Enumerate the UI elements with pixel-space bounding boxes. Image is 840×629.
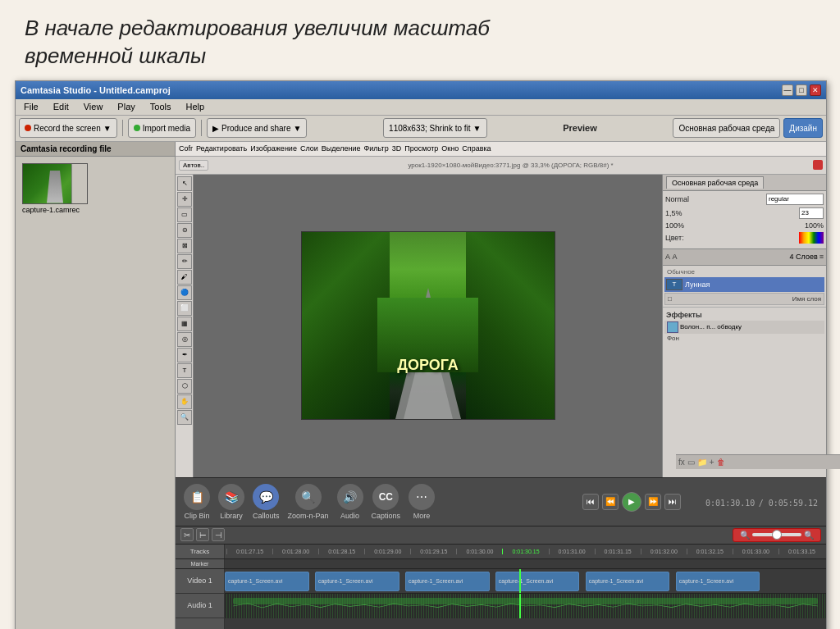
- skip-end-button[interactable]: ⏭: [664, 494, 681, 510]
- time-separator: /: [759, 499, 769, 508]
- record-dropdown-icon[interactable]: ▼: [103, 124, 112, 133]
- tool-clone[interactable]: 🔵: [177, 285, 192, 300]
- ruler-10: 0:01:32.15: [687, 549, 733, 554]
- inner-menu-preview[interactable]: Просмотр: [404, 144, 438, 153]
- tool-shape[interactable]: ⬡: [177, 379, 192, 394]
- inner-menu-edit[interactable]: Редактировать: [196, 144, 247, 153]
- tool-pen[interactable]: ✒: [177, 348, 192, 362]
- timeline-trim[interactable]: ⊢: [196, 528, 209, 541]
- inner-app: Cofr Редактировать Изображение Слои Выде…: [176, 142, 826, 477]
- menu-bar: File Edit View Play Tools Help: [16, 99, 826, 116]
- layer-menu[interactable]: ≡: [819, 253, 824, 261]
- menu-file[interactable]: File: [19, 101, 43, 112]
- preview-res-dropdown[interactable]: ▼: [473, 124, 482, 133]
- layer-search[interactable]: А A: [665, 253, 678, 261]
- inner-menu-image[interactable]: Изображение: [250, 144, 297, 153]
- inner-menu-select[interactable]: Выделение: [322, 144, 361, 153]
- library-button[interactable]: 📚 Library: [218, 484, 244, 520]
- inner-menu-3d[interactable]: 3D: [392, 144, 402, 153]
- delete-layer-btn[interactable]: 🗑: [717, 458, 725, 467]
- video-track: capture-1_Screen.avi capture-1_Screen.av…: [225, 569, 826, 594]
- workspace-button[interactable]: Основная рабочая среда: [673, 118, 780, 138]
- tool-zoom[interactable]: 🔍: [177, 410, 192, 425]
- inner-close-btn[interactable]: [813, 160, 823, 170]
- rewind-button[interactable]: ⏪: [602, 494, 619, 510]
- timeline-scissors[interactable]: ✂: [180, 528, 194, 541]
- zoom-handle[interactable]: [772, 530, 782, 540]
- zoomnpan-button[interactable]: 🔍 Zoom-n-Pan: [288, 484, 329, 520]
- tool-brush[interactable]: 🖌: [177, 270, 192, 285]
- preview-res-label: 1108x633; Shrink to fit: [389, 124, 471, 133]
- tool-blur[interactable]: ◎: [177, 332, 192, 347]
- produce-dropdown-icon[interactable]: ▼: [294, 124, 302, 133]
- inner-menu-help[interactable]: Справка: [462, 144, 491, 153]
- inner-menu-cofr[interactable]: Cofr: [179, 144, 193, 153]
- video-clip-6[interactable]: capture-1_Screen.avi: [676, 572, 760, 591]
- layer-mask-btn[interactable]: ▭: [687, 458, 695, 467]
- menu-tools[interactable]: Tools: [145, 101, 176, 112]
- workspace-tab[interactable]: Основная рабочая среда: [666, 176, 764, 189]
- clip-item[interactable]: capture-1.camrec: [22, 163, 168, 214]
- ruler-0: 0:01:27.15: [226, 549, 272, 554]
- video-clip-5[interactable]: capture-1_Screen.avi: [586, 572, 670, 591]
- video-clip-1[interactable]: capture-1_Screen.avi: [225, 572, 309, 591]
- import-button[interactable]: Import media: [128, 118, 196, 138]
- clipbin-button[interactable]: 📋 Clip Bin: [184, 484, 210, 520]
- record-button[interactable]: Record the screen ▼: [19, 118, 117, 138]
- tool-marquee[interactable]: ▭: [177, 207, 192, 222]
- design-button[interactable]: Дизайн: [783, 118, 823, 138]
- menu-play[interactable]: Play: [112, 101, 139, 112]
- skip-start-button[interactable]: ⏮: [582, 494, 599, 510]
- produce-button[interactable]: ▶ Produce and share ▼: [207, 118, 307, 138]
- menu-edit[interactable]: Edit: [48, 101, 74, 112]
- inner-menu-layers[interactable]: Слои: [300, 144, 318, 153]
- audio-button[interactable]: 🔊 Audio: [337, 484, 363, 520]
- play-button[interactable]: ▶: [622, 492, 641, 512]
- more-button[interactable]: ⋯ More: [409, 484, 435, 520]
- tool-crop[interactable]: ⊠: [177, 239, 192, 253]
- layer-item-main[interactable]: T Лунная: [664, 277, 824, 292]
- zoom-out-icon[interactable]: 🔍: [740, 531, 750, 540]
- tool-lasso[interactable]: ⊝: [177, 223, 192, 238]
- inner-menu-filter[interactable]: Фильтр: [363, 144, 388, 153]
- zoom-slider[interactable]: [752, 533, 801, 536]
- inner-menu-window[interactable]: Окно: [441, 144, 459, 153]
- zoom-in-icon[interactable]: 🔍: [804, 531, 814, 540]
- preview-resolution[interactable]: 1108x633; Shrink to fit ▼: [383, 118, 486, 138]
- minimize-button[interactable]: —: [782, 84, 793, 96]
- menu-view[interactable]: View: [79, 101, 108, 112]
- toolbar-separator-2: [201, 120, 202, 136]
- workspace-label: Основная рабочая среда: [678, 124, 774, 133]
- captions-button[interactable]: CC Captions: [372, 484, 401, 520]
- timeline-split[interactable]: ⊣: [212, 528, 225, 541]
- clip-thumbnail: [22, 163, 88, 204]
- tool-gradient[interactable]: ▦: [177, 317, 192, 331]
- tool-eyedrop[interactable]: ✏: [177, 254, 192, 269]
- layer-item-extra[interactable]: □ Имя слоя: [664, 293, 824, 305]
- maximize-button[interactable]: □: [796, 84, 807, 96]
- new-group-btn[interactable]: 📁: [697, 458, 707, 467]
- tool-move[interactable]: ✛: [177, 192, 192, 207]
- fast-forward-button[interactable]: ⏩: [645, 494, 661, 510]
- add-layer-btn[interactable]: fx: [678, 458, 685, 467]
- video-clip-2[interactable]: capture-1_Screen.avi: [315, 572, 399, 591]
- close-button[interactable]: ✕: [810, 84, 821, 96]
- window-controls: — □ ✕: [782, 84, 821, 96]
- tool-hand[interactable]: ✋: [177, 394, 192, 409]
- inner-tool-auto[interactable]: Автов..: [179, 160, 208, 171]
- tool-select[interactable]: ↖: [177, 176, 192, 191]
- video-clip-3[interactable]: capture-1_Screen.avi: [405, 572, 490, 591]
- color-picker[interactable]: [799, 232, 824, 244]
- tool-text[interactable]: T: [177, 363, 192, 378]
- captions-label: Captions: [372, 512, 401, 520]
- video-clip-4[interactable]: capture-1_Screen.avi: [495, 572, 580, 591]
- fill-input[interactable]: [799, 207, 824, 219]
- menu-help[interactable]: Help: [180, 101, 209, 112]
- callouts-button[interactable]: 💬 Callouts: [253, 484, 280, 520]
- tool-eraser[interactable]: ⬜: [177, 301, 192, 316]
- tool-palette: ↖ ✛ ▭ ⊝ ⊠ ✏ 🖌 🔵 ⬜ ▦ ◎ ✒ T: [176, 175, 194, 477]
- effect-item[interactable]: Волон... п... обводку: [664, 321, 824, 334]
- new-layer-btn[interactable]: +: [710, 458, 714, 467]
- title-line2: временной шкалы: [25, 43, 206, 68]
- opacity-input[interactable]: [766, 194, 824, 205]
